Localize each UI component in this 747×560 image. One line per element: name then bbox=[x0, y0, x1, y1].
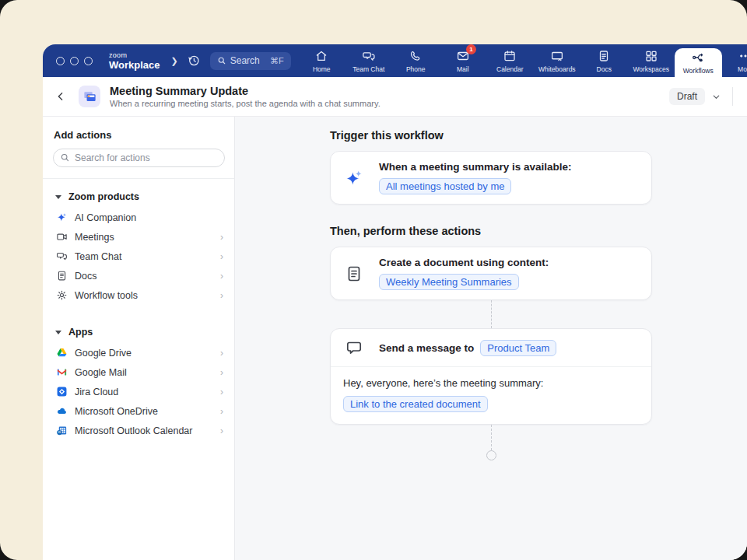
nav-tab-label: Mail bbox=[457, 65, 469, 73]
sidebar-item-google-drive[interactable]: Google Drive › bbox=[53, 343, 225, 362]
action-search bbox=[53, 149, 225, 167]
workflow-tools-gear-icon bbox=[55, 289, 68, 302]
document-icon bbox=[343, 264, 365, 283]
nav-tab-home[interactable]: Home bbox=[298, 44, 345, 77]
sidebar-item-microsoft-outlook-calendar[interactable]: O Microsoft Outlook Calendar › bbox=[53, 421, 225, 440]
nav-tab-phone[interactable]: Phone bbox=[392, 44, 440, 77]
header-right-cluster: Draft bbox=[669, 87, 733, 106]
sidebar-item-jira-cloud[interactable]: Jira Cloud › bbox=[53, 382, 225, 401]
status-dropdown-button[interactable] bbox=[711, 92, 721, 102]
global-search-button[interactable]: Search ⌘F bbox=[210, 52, 291, 70]
workflow-title: Meeting Summary Update bbox=[110, 85, 381, 97]
docs-icon bbox=[55, 270, 68, 282]
svg-text:O: O bbox=[58, 430, 60, 434]
section-zoom-products[interactable]: Zoom products bbox=[55, 188, 225, 205]
nav-tab-label: Docs bbox=[597, 65, 612, 73]
zoom-workplace-logo: zoom Workplace bbox=[109, 52, 160, 70]
document-content-chip[interactable]: Weekly Meeting Summaries bbox=[379, 274, 519, 290]
trigger-card[interactable]: When a meeting summary is available: All… bbox=[330, 151, 652, 205]
search-shortcut-hint: ⌘F bbox=[270, 56, 284, 66]
sidebar-item-team-chat[interactable]: Team Chat › bbox=[53, 247, 225, 266]
navbar-tabs: Home Team Chat Phone Mail 1 Calend bbox=[298, 44, 747, 77]
trigger-heading: Trigger this workflow bbox=[330, 129, 652, 142]
nav-tab-workflows[interactable]: Workflows bbox=[675, 48, 722, 77]
ai-companion-icon bbox=[55, 212, 68, 224]
nav-tab-label: More bbox=[738, 65, 747, 73]
sidebar-item-label: Jira Cloud bbox=[75, 387, 118, 397]
sidebar-item-workflow-tools[interactable]: Workflow tools › bbox=[53, 285, 225, 305]
sidebar-item-label: Google Mail bbox=[75, 367, 127, 378]
chevron-right-icon[interactable]: ❯ bbox=[171, 56, 178, 66]
sidebar-item-ai-companion[interactable]: AI Companion bbox=[53, 208, 225, 227]
phone-icon bbox=[409, 49, 423, 63]
window-control-zoom[interactable] bbox=[84, 57, 93, 65]
section-apps[interactable]: Apps bbox=[55, 324, 225, 341]
team-chat-icon bbox=[55, 250, 68, 263]
sidebar-title: Add actions bbox=[54, 129, 225, 141]
action-card-title: Create a document using content: bbox=[379, 257, 549, 268]
sidebar-item-microsoft-onedrive[interactable]: Microsoft OneDrive › bbox=[53, 401, 225, 421]
nav-tab-team-chat[interactable]: Team Chat bbox=[345, 44, 393, 77]
trigger-scope-chip[interactable]: All meetings hosted by me bbox=[379, 178, 511, 194]
mail-unread-badge: 1 bbox=[466, 44, 476, 54]
back-button[interactable] bbox=[43, 90, 79, 103]
message-recipient-chip[interactable]: Product Team bbox=[480, 340, 556, 356]
workflow-canvas: Trigger this workflow When a meeting sum… bbox=[235, 117, 747, 560]
more-icon bbox=[738, 49, 747, 63]
nav-tab-more[interactable]: More bbox=[722, 44, 747, 77]
logo-text-zoom: zoom bbox=[109, 52, 160, 59]
nav-tab-docs[interactable]: Docs bbox=[580, 44, 628, 77]
back-chevron-icon bbox=[54, 90, 67, 103]
action-card-title: Send a message to bbox=[379, 342, 474, 354]
ai-sparkle-icon bbox=[343, 168, 365, 188]
nav-tab-mail[interactable]: Mail 1 bbox=[440, 44, 487, 77]
outlook-calendar-icon: O bbox=[55, 425, 68, 437]
sidebar-item-label: Docs bbox=[75, 271, 96, 282]
actions-heading: Then, perform these actions bbox=[330, 225, 652, 237]
workspaces-icon bbox=[644, 49, 658, 63]
sidebar-item-google-mail[interactable]: Google Mail › bbox=[53, 362, 225, 382]
slides-illustration-icon bbox=[82, 89, 97, 104]
nav-tab-label: Phone bbox=[406, 65, 426, 73]
main-content: Add actions Zoom products AI Companion bbox=[43, 117, 747, 560]
sidebar-item-meetings[interactable]: Meetings › bbox=[53, 227, 225, 247]
section-label: Apps bbox=[68, 327, 93, 338]
sidebar-item-label: Workflow tools bbox=[75, 290, 138, 301]
chevron-right-icon: › bbox=[220, 406, 223, 417]
nav-tab-workspaces[interactable]: Workspaces bbox=[628, 44, 675, 77]
sidebar-item-docs[interactable]: Docs › bbox=[53, 266, 225, 285]
top-navbar: zoom Workplace ❯ Search ⌘F bbox=[43, 44, 747, 77]
chevron-down-icon bbox=[711, 92, 721, 102]
nav-tab-whiteboards[interactable]: Whiteboards bbox=[534, 44, 581, 77]
search-placeholder-text: Search bbox=[230, 55, 260, 66]
jira-cloud-icon bbox=[55, 386, 68, 398]
action-card-create-document[interactable]: Create a document using content: Weekly … bbox=[330, 247, 652, 300]
sidebar-item-label: Team Chat bbox=[75, 251, 121, 262]
flow-connector bbox=[491, 425, 492, 450]
chevron-right-icon: › bbox=[220, 387, 223, 397]
chevron-right-icon: › bbox=[220, 367, 223, 378]
window-control-minimize[interactable] bbox=[70, 57, 79, 65]
chat-bubble-icon bbox=[343, 338, 365, 357]
history-clock-icon[interactable] bbox=[187, 54, 201, 68]
message-body-text: Hey, everyone, here’s the meeting summar… bbox=[343, 377, 639, 389]
flow-endpoint-node[interactable] bbox=[486, 450, 496, 460]
window-control-close[interactable] bbox=[56, 57, 65, 65]
sidebar-item-label: Meetings bbox=[75, 232, 114, 243]
chevron-right-icon: › bbox=[220, 290, 223, 301]
action-card-send-message[interactable]: Send a message to Product Team Hey, ever… bbox=[330, 328, 652, 425]
status-badge: Draft bbox=[669, 88, 705, 105]
workflow-column: Trigger this workflow When a meeting sum… bbox=[330, 129, 652, 460]
document-link-chip[interactable]: Link to the created document bbox=[343, 396, 488, 412]
workflow-header: Meeting Summary Update When a recurring … bbox=[43, 77, 747, 117]
action-search-input[interactable] bbox=[53, 149, 225, 167]
chevron-right-icon: › bbox=[220, 271, 223, 282]
chevron-right-icon: › bbox=[220, 232, 223, 243]
nav-tab-calendar[interactable]: Calendar bbox=[486, 44, 534, 77]
meetings-icon bbox=[55, 231, 68, 243]
docs-icon bbox=[597, 49, 611, 63]
nav-tab-label: Team Chat bbox=[352, 65, 384, 73]
chevron-right-icon: › bbox=[220, 425, 223, 436]
home-icon bbox=[314, 49, 328, 63]
calendar-icon bbox=[503, 49, 517, 63]
